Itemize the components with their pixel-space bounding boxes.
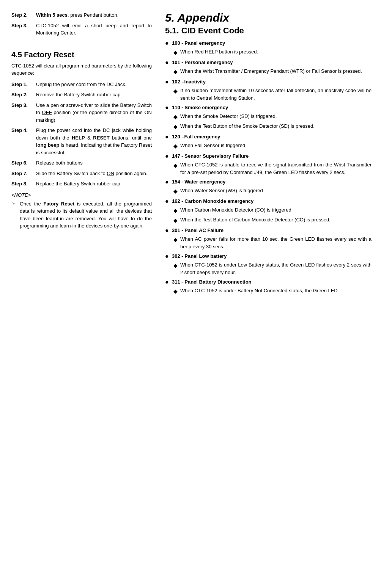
cid-item-301: ● 301 - Panel AC Failure ◆ When AC power… [165, 227, 372, 250]
cid-sub-list-311: ◆ When CTC-1052 is under Battery Not Con… [165, 287, 372, 295]
sub-item: ◆ When the Test Button of Carbon Monoxid… [173, 216, 372, 224]
step8-content: Replace the Battery Switch rubber cap. [36, 180, 121, 188]
step3-label: Step 3. [11, 102, 36, 124]
sub-bullet: ◆ [173, 113, 180, 121]
intro-step3-content: CTC-1052 will emit a short beep and repo… [36, 22, 152, 37]
cid-bullet-154: ● [165, 179, 172, 185]
cid-item-101: ● 101 - Personal emergency ◆ When the Wr… [165, 60, 372, 76]
sub-text: When CTC-1052 is under Low Battery statu… [180, 261, 372, 276]
intro-step-3: Step 3. CTC-1052 will emit a short beep … [11, 22, 152, 37]
factory-reset-section: 4.5 Factory Reset CTC-1052 will clear al… [11, 50, 152, 230]
cid-sub-list-101: ◆ When the Wrist Transmitter / Emergency… [165, 67, 372, 76]
step6-content: Release both buttons [36, 159, 83, 167]
intro-step3-label: Step 3. [11, 22, 36, 37]
cid-sub-list-147: ◆ When CTC-1052 is unable to receive the… [165, 161, 372, 176]
step2-content: Remove the Battery Switch rubber cap. [36, 91, 122, 99]
sub-item: ◆ When CTC-1052 is under Low Battery sta… [173, 261, 372, 276]
sub-item: ◆ When Water Sensor (WS) is triggered [173, 187, 372, 195]
note-item: ☞ Once the Fatory Reset is executed, all… [11, 200, 152, 230]
section-desc: CTC-1052 will clear all programmed param… [11, 62, 152, 77]
sub-text: When Fall Sensor is triggered [180, 142, 245, 149]
intro-step-2: Step 2. Within 5 secs, press Pendant but… [11, 11, 152, 19]
intro-steps: Step 2. Within 5 secs, press Pendant but… [11, 11, 152, 37]
sub-item: ◆ When the Test Button of the Smoke Dete… [173, 122, 372, 131]
sub-text: When CTC-1052 is unable to receive the s… [180, 161, 372, 176]
sub-bullet: ◆ [173, 216, 180, 224]
sub-bullet: ◆ [173, 162, 180, 169]
cid-label-311: 311 - Panel Battery Disconnection [172, 279, 252, 285]
sub-bullet: ◆ [173, 68, 180, 76]
note-section: <NOTE> ☞ Once the Fatory Reset is execut… [11, 192, 152, 230]
sub-text: When the Test Button of the Smoke Detect… [180, 122, 315, 130]
step4-label: Step 4. [11, 127, 36, 156]
sub-bullet: ◆ [173, 49, 180, 56]
cid-bullet-147: ● [165, 153, 172, 160]
cid-label-100: 100 - Panel emergency [172, 40, 225, 46]
sub-item: ◆ If no sudden movement within 10 second… [173, 87, 372, 102]
cid-bullet-311: ● [165, 279, 172, 285]
cid-sub-list-301: ◆ When AC power fails for more than 10 s… [165, 235, 372, 250]
cid-sub-list-162: ◆ When Carbon Monoxide Detector (CO) is … [165, 206, 372, 224]
sub-bullet: ◆ [173, 262, 180, 270]
sub-bullet: ◆ [173, 207, 180, 215]
cid-sub-list-154: ◆ When Water Sensor (WS) is triggered [165, 187, 372, 195]
cid-item-102: ● 102 –Inactivity ◆ If no sudden movemen… [165, 79, 372, 102]
cid-sub-list-100: ◆ When Red HELP button is pressed. [165, 48, 372, 56]
cid-label-101: 101 - Personal emergency [172, 60, 233, 65]
cid-bullet-301: ● [165, 227, 172, 234]
sub-item: ◆ When the Smoke Detector (SD) is trigge… [173, 113, 372, 121]
sub-text: When AC power fails for more than 10 sec… [180, 235, 372, 250]
sub-text: If no sudden movement within 10 seconds … [180, 87, 372, 102]
note-title: <NOTE> [11, 192, 152, 198]
sub-text: When Red HELP button is pressed. [180, 48, 258, 56]
step1-label: Step 1. [11, 81, 36, 88]
intro-step2-label: Step 2. [11, 11, 36, 19]
cid-item-302: ● 302 - Panel Low battery ◆ When CTC-105… [165, 253, 372, 276]
cid-item-311: ● 311 - Panel Battery Disconnection ◆ Wh… [165, 279, 372, 295]
sub-item: ◆ When the Wrist Transmitter / Emergency… [173, 67, 372, 76]
appendix-title: 5. Appendix [165, 11, 372, 24]
step2-label: Step 2. [11, 91, 36, 99]
step4-content: Plug the power cord into the DC jack whi… [36, 127, 152, 156]
cid-label-120: 120 –Fall emergency [172, 134, 220, 140]
step-2: Step 2. Remove the Battery Switch rubber… [11, 91, 152, 99]
sub-bullet: ◆ [173, 123, 180, 131]
cid-list: ● 100 - Panel emergency ◆ When Red HELP … [165, 40, 372, 295]
cid-item-162: ● 162 - Carbon Monoxide emergency ◆ When… [165, 198, 372, 224]
sub-item: ◆ When AC power fails for more than 10 s… [173, 235, 372, 250]
step-8: Step 8. Replace the Battery Switch rubbe… [11, 180, 152, 188]
sub-text: When the Test Button of Carbon Monoxide … [180, 216, 331, 224]
step7-label: Step 7. [11, 170, 36, 177]
cid-item-154: ● 154 - Water emergency ◆ When Water Sen… [165, 179, 372, 195]
step-4: Step 4. Plug the power cord into the DC … [11, 127, 152, 156]
cid-label-301: 301 - Panel AC Failure [172, 227, 224, 233]
sub-bullet: ◆ [173, 236, 180, 244]
step6-label: Step 6. [11, 159, 36, 167]
cid-bullet-120: ● [165, 133, 172, 140]
step-6: Step 6. Release both buttons [11, 159, 152, 167]
cid-bullet-162: ● [165, 198, 172, 205]
sub-text: When the Wrist Transmitter / Emergency P… [180, 67, 362, 75]
cid-label-162: 162 - Carbon Monoxide emergency [172, 198, 253, 204]
cid-bullet-302: ● [165, 253, 172, 260]
cid-label-110: 110 - Smoke emergency [172, 105, 228, 110]
note-text: Once the Fatory Reset is executed, all t… [20, 200, 152, 230]
left-column: Step 2. Within 5 secs, press Pendant but… [0, 8, 159, 577]
cid-bullet-100: ● [165, 40, 172, 47]
sub-item: ◆ When Fall Sensor is triggered [173, 142, 372, 150]
step7-content: Slide the Battery Switch back to ON posi… [36, 170, 147, 177]
sub-item: ◆ When CTC-1052 is under Battery Not Con… [173, 287, 372, 295]
sub-item: ◆ When Carbon Monoxide Detector (CO) is … [173, 206, 372, 215]
cid-sub-list-102: ◆ If no sudden movement within 10 second… [165, 87, 372, 102]
step3-content: Use a pen or screw-driver to slide the B… [36, 102, 152, 124]
sub-bullet: ◆ [173, 287, 180, 295]
step-1: Step 1. Unplug the power cord from the D… [11, 81, 152, 88]
sub-text: When Carbon Monoxide Detector (CO) is tr… [180, 206, 291, 214]
sub-text: When the Smoke Detector (SD) is triggere… [180, 113, 277, 120]
cid-item-100: ● 100 - Panel emergency ◆ When Red HELP … [165, 40, 372, 56]
section-title: 4.5 Factory Reset [11, 50, 152, 59]
cid-label-147: 147 - Sensor Supervisory Failure [172, 153, 249, 159]
cid-item-120: ● 120 –Fall emergency ◆ When Fall Sensor… [165, 134, 372, 150]
sub-bullet: ◆ [173, 87, 180, 95]
cid-sub-list-120: ◆ When Fall Sensor is triggered [165, 142, 372, 150]
